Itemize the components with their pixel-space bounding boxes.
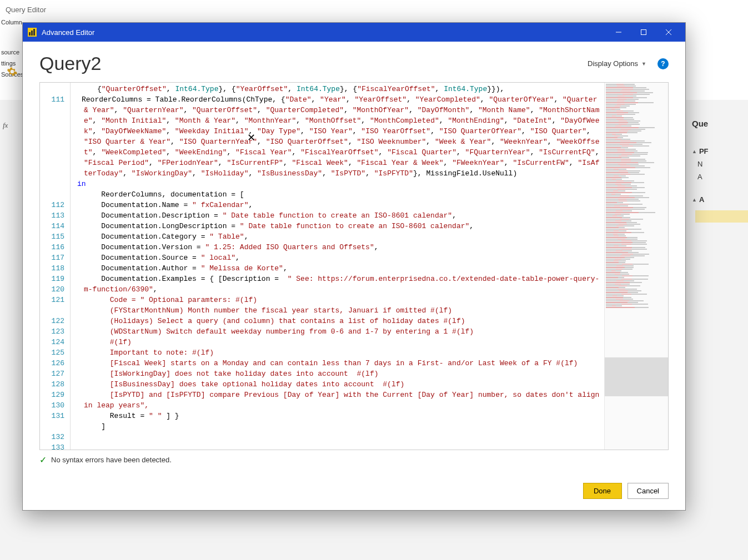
maximize-button[interactable] — [631, 23, 656, 42]
cancel-button[interactable]: Cancel — [627, 483, 669, 499]
chevron-down-icon: ▼ — [641, 61, 646, 67]
bg-right-a: A — [690, 170, 748, 183]
bg-right-que: Que — [690, 117, 748, 130]
modal-body: Query2 Display Options ▼ ? ✕ 11111211311… — [23, 42, 685, 510]
display-options-label: Display Options — [588, 59, 638, 68]
code-editor[interactable]: ✕ 11111211311411511611711811912012112212… — [39, 82, 669, 450]
help-icon[interactable]: ? — [657, 58, 669, 69]
query-header: Query2 Display Options ▼ ? — [39, 53, 669, 74]
svg-rect-5 — [641, 30, 646, 35]
svg-rect-2 — [31, 31, 33, 36]
editor-main: 1111121131141151161171181191201211221231… — [40, 83, 604, 450]
status-text: No syntax errors have been detected. — [51, 456, 172, 464]
syntax-status: ✓ No syntax errors have been detected. — [39, 450, 669, 467]
bg-right-a2: ▲ A — [690, 193, 748, 206]
modal-title: Advanced Editor — [42, 28, 606, 37]
formula-bar-fx: fx — [3, 121, 8, 130]
line-number-gutter: 1111121131141151161171181191201211221231… — [40, 83, 71, 450]
check-icon: ✓ — [39, 455, 47, 465]
advanced-editor-modal: Advanced Editor Query2 Display Options ▼… — [22, 22, 686, 511]
bg-left-column: Column — [0, 17, 22, 28]
modal-buttons: Done Cancel — [39, 467, 669, 499]
close-button[interactable] — [656, 23, 681, 42]
minimize-button[interactable] — [606, 23, 631, 42]
code-content[interactable]: {"QuarterOffset", Int64.Type}, {"YearOff… — [71, 83, 604, 450]
svg-rect-3 — [33, 29, 35, 36]
window-controls — [606, 23, 681, 42]
done-button[interactable]: Done — [583, 483, 622, 499]
background-left-panel: Column source ttings Sources — [0, 17, 22, 80]
bg-right-blank — [695, 210, 748, 223]
gear-icon — [6, 64, 17, 75]
display-options-dropdown[interactable]: Display Options ▼ — [588, 59, 646, 68]
bg-left-source: source — [0, 47, 22, 58]
query-name: Query2 — [39, 53, 588, 74]
minimap-lines — [605, 83, 668, 310]
bg-right-pf: ▲ PF — [690, 145, 748, 158]
background-app-title: Query Editor — [6, 6, 46, 14]
svg-rect-1 — [29, 32, 31, 36]
minimap-slider[interactable] — [605, 357, 668, 396]
bg-right-n: N — [690, 158, 748, 170]
modal-titlebar: Advanced Editor — [23, 23, 685, 42]
background-right-panel: Que ▲ PF N A ▲ A — [690, 117, 748, 223]
minimap[interactable] — [604, 83, 668, 450]
app-icon — [27, 27, 37, 37]
